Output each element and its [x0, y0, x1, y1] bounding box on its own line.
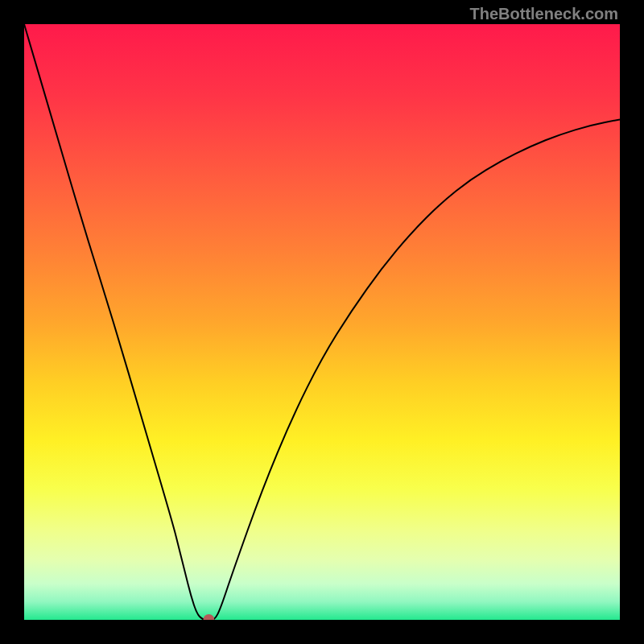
optimal-point-marker: [203, 614, 214, 620]
bottleneck-curve: [24, 24, 620, 620]
watermark-label: TheBottleneck.com: [470, 5, 618, 23]
curve-layer: [24, 24, 620, 620]
plot-area: [24, 24, 620, 620]
chart-container: TheBottleneck.com: [0, 0, 644, 644]
